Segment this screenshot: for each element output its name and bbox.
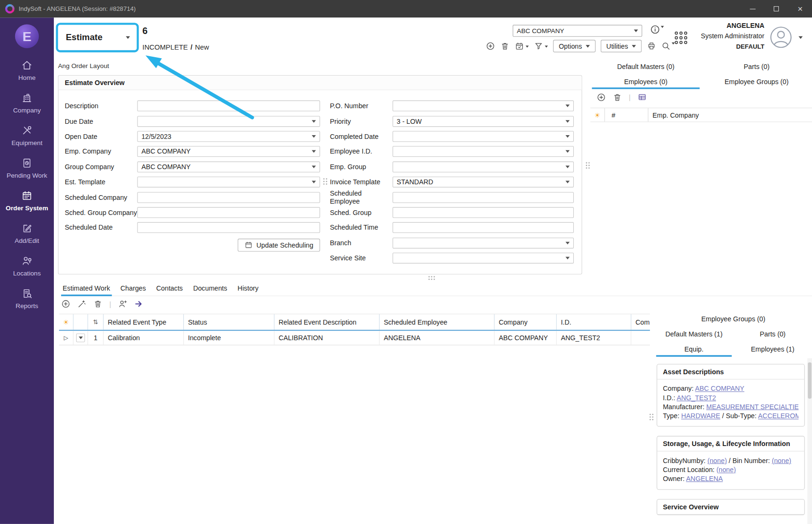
sidebar-item-locations[interactable]: Locations	[0, 250, 54, 283]
est-template-select[interactable]	[137, 177, 320, 188]
sidebar-item-home[interactable]: Home	[0, 54, 54, 87]
row-expander-icon[interactable]: ▷	[64, 335, 68, 341]
tab-employees[interactable]: Employees (1)	[734, 342, 812, 357]
column-header[interactable]: Related Event Description	[275, 314, 380, 330]
info-button[interactable]	[650, 25, 664, 34]
tab-history[interactable]: History	[236, 284, 260, 296]
splitter-handle[interactable]	[323, 178, 328, 185]
sidebar-item-order-system[interactable]: Order System	[0, 185, 54, 217]
employee-id-select[interactable]	[393, 146, 574, 157]
group-company-select[interactable]: ABC COMPANY	[137, 162, 320, 172]
splitter-handle[interactable]	[585, 162, 590, 169]
calendar-button[interactable]	[515, 42, 529, 51]
card-title: Asset Descriptions	[657, 364, 804, 379]
scheduled-company-input[interactable]	[137, 192, 320, 203]
open-date-select[interactable]: 12/5/2023	[137, 131, 320, 142]
sun-icon[interactable]: ☀	[63, 318, 69, 326]
branch-select[interactable]	[393, 238, 574, 249]
tab-parts[interactable]: Parts (0)	[701, 59, 812, 74]
bin-number-link[interactable]: (none)	[772, 456, 791, 464]
asset-id-link[interactable]: ANG_TEST2	[677, 394, 716, 401]
options-button[interactable]: Options	[553, 40, 596, 52]
tab-equip[interactable]: Equip.	[655, 342, 734, 357]
company-select[interactable]: ABC COMPANY	[513, 25, 642, 37]
forward-arrow-icon[interactable]	[134, 299, 143, 309]
description-input[interactable]	[137, 101, 320, 112]
sched-group-input[interactable]	[393, 207, 574, 218]
emp-company-select[interactable]: ABC COMPANY	[137, 146, 320, 157]
filter-button[interactable]	[534, 42, 548, 51]
column-header[interactable]: Company	[494, 314, 556, 330]
apps-grid-icon[interactable]	[673, 30, 689, 46]
column-header[interactable]: Scheduled Employee	[380, 314, 494, 330]
column-header[interactable]: Emp. Company	[648, 108, 812, 121]
current-location-link[interactable]: (none)	[717, 466, 736, 473]
table-row[interactable]: ▷ 1 Calibration Incomplete CALIBRATION A…	[59, 331, 650, 345]
tab-employee-groups[interactable]: Employee Groups (0)	[655, 312, 812, 327]
close-button[interactable]: ×	[788, 0, 812, 17]
minimize-button[interactable]	[741, 0, 764, 17]
sort-icon[interactable]: ⇅	[93, 318, 98, 326]
sidebar-item-equipment[interactable]: Equipment	[0, 120, 54, 152]
sidebar-item-pending-work[interactable]: Pending Work	[0, 152, 54, 185]
sched-group-company-input[interactable]	[137, 207, 320, 218]
order-type-dropdown[interactable]: Estimate	[58, 25, 137, 51]
add-icon[interactable]	[596, 93, 606, 102]
delete-icon[interactable]	[93, 299, 103, 309]
tab-employees[interactable]: Employees (0)	[590, 74, 701, 89]
tab-documents[interactable]: Documents	[191, 284, 229, 296]
column-header[interactable]: Status	[184, 314, 275, 330]
splitter-handle[interactable]	[428, 275, 435, 281]
cribby-link[interactable]: (none)	[708, 456, 727, 464]
delete-icon[interactable]	[613, 93, 622, 102]
column-header[interactable]: #	[605, 108, 648, 121]
tab-contacts[interactable]: Contacts	[155, 284, 184, 296]
tab-charges[interactable]: Charges	[119, 284, 147, 296]
manufacturer-link[interactable]: MEASUREMENT SPECIALTIES	[706, 403, 798, 410]
user-menu-chevron-icon[interactable]	[799, 36, 803, 39]
add-icon[interactable]	[61, 299, 70, 309]
service-site-select[interactable]	[393, 253, 574, 264]
tab-parts[interactable]: Parts (0)	[734, 326, 812, 342]
column-header[interactable]: Com	[631, 314, 650, 330]
print-icon[interactable]	[647, 42, 656, 51]
tab-estimated-work[interactable]: Estimated Work	[61, 284, 112, 296]
completed-date-select[interactable]	[393, 131, 574, 142]
delete-icon[interactable]	[500, 42, 510, 51]
column-header[interactable]: Related Event Type	[104, 314, 184, 330]
scheduled-time-input[interactable]	[393, 222, 574, 233]
scheduled-employee-input[interactable]	[393, 192, 574, 203]
priority-select[interactable]: 3 - LOW	[393, 116, 574, 127]
order-type-label: Estimate	[66, 32, 103, 43]
column-header[interactable]: I.D.	[557, 314, 631, 330]
sun-icon[interactable]: ☀	[595, 111, 601, 119]
sidebar-item-reports[interactable]: Reports	[0, 283, 54, 315]
tab-default-masters[interactable]: Default Masters (1)	[655, 326, 734, 342]
table-view-icon[interactable]	[637, 93, 647, 102]
add-icon[interactable]	[486, 42, 495, 51]
type-link[interactable]: HARDWARE	[681, 412, 720, 420]
company-link[interactable]: ABC COMPANY	[695, 385, 744, 392]
scheduled-date-input[interactable]	[137, 222, 320, 233]
owner-link[interactable]: ANGELENA	[686, 475, 723, 482]
tab-default-masters[interactable]: Default Masters (0)	[590, 59, 701, 74]
subtype-link[interactable]: ACCELEROMETER	[758, 412, 799, 420]
wand-icon[interactable]	[77, 299, 86, 309]
search-button[interactable]	[661, 42, 674, 51]
maximize-button[interactable]	[764, 0, 788, 17]
update-scheduling-button[interactable]: Update Scheduling	[238, 239, 320, 251]
assign-person-icon[interactable]	[118, 299, 127, 309]
sidebar-item-company[interactable]: Company	[0, 87, 54, 120]
utilities-button[interactable]: Utilities	[601, 40, 641, 52]
splitter-handle[interactable]	[649, 413, 654, 421]
sidebar-item-add-edit[interactable]: Add/Edit	[0, 217, 54, 250]
row-dropdown[interactable]	[76, 334, 85, 343]
avatar[interactable]	[769, 26, 792, 49]
scrollbar-thumb[interactable]	[808, 362, 812, 399]
invoice-template-select[interactable]: STANDARD	[393, 177, 574, 188]
due-date-select[interactable]	[137, 116, 320, 127]
scrollbar[interactable]	[807, 358, 812, 524]
po-number-select[interactable]	[393, 101, 574, 112]
emp-group-select[interactable]	[393, 162, 574, 172]
tab-employee-groups[interactable]: Employee Groups (0)	[701, 74, 812, 89]
